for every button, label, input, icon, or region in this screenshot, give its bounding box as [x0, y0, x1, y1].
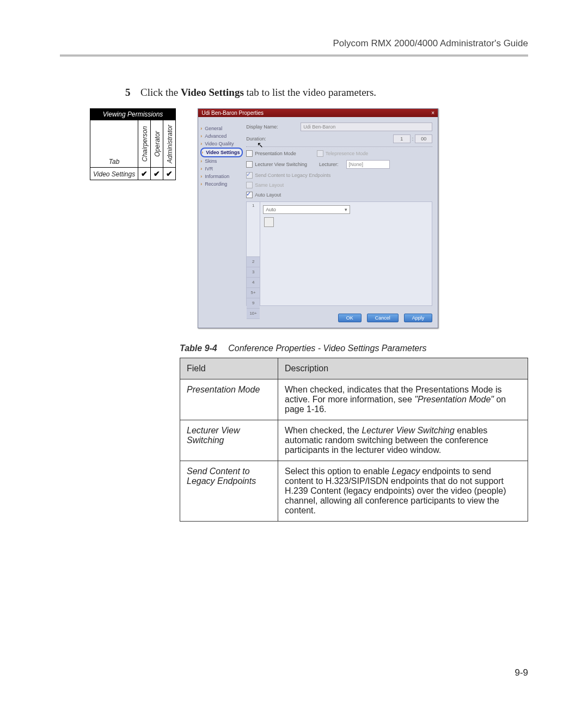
display-name-input[interactable]: Udi Ben-Baron	[301, 122, 432, 131]
layout-tab-2[interactable]: 2	[247, 257, 260, 267]
layout-tab-9[interactable]: 9	[247, 298, 260, 309]
table-row: Send Content to Legacy Endpoints Select …	[180, 461, 528, 522]
dialog-nav: General Advanced Video Quality Video Set…	[200, 122, 243, 306]
table-row: Lecturer View Switching When checked, th…	[180, 420, 528, 461]
nav-video-quality[interactable]: Video Quality	[200, 140, 243, 148]
send-content-label: Send Content to Legacy Endpoints	[255, 173, 330, 178]
send-content-checkbox	[246, 172, 253, 179]
same-layout-checkbox	[246, 182, 253, 188]
nav-information[interactable]: Information	[200, 173, 243, 180]
nav-advanced[interactable]: Advanced	[200, 132, 243, 140]
page: Polycom RMX 2000/4000 Administrator's Gu…	[0, 0, 588, 711]
lecturer-select[interactable]: [None]	[346, 160, 390, 169]
desc-text: When checked, the	[285, 426, 362, 435]
check-icon: ✔	[141, 169, 148, 178]
params-table: Field Description Presentation Mode When…	[180, 358, 528, 522]
layout-tab-10[interactable]: 10+	[247, 309, 260, 319]
step-number: 5	[125, 87, 140, 99]
separator	[246, 146, 432, 147]
layout-tab-1[interactable]: 1	[247, 202, 260, 257]
auto-layout-label: Auto Layout	[255, 192, 281, 198]
desc-presentation-mode: When checked, indicates that the Present…	[278, 379, 528, 420]
close-icon[interactable]: ×	[431, 110, 434, 116]
duration-minutes[interactable]: 00	[415, 134, 432, 143]
params-head-desc: Description	[278, 358, 528, 379]
layout-auto-select[interactable]: Auto ▾	[263, 205, 350, 214]
page-number: 9-9	[514, 667, 528, 678]
nav-general[interactable]: General	[200, 125, 243, 132]
header-guide-title: Polycom RMX 2000/4000 Administrator's Gu…	[60, 38, 528, 49]
cancel-button[interactable]: Cancel	[367, 314, 399, 322]
lecturer-view-switching-checkbox[interactable]	[246, 161, 253, 168]
lecturer-label: Lecturer:	[319, 162, 339, 167]
step-text: Click the Video Settings tab to list the…	[140, 87, 376, 99]
lecturer-view-switching-label: Lecturer View Switching	[255, 162, 307, 167]
layout-tab-5[interactable]: 5+	[247, 288, 260, 298]
desc-text: Select this option to enable	[285, 467, 392, 476]
nav-video-settings[interactable]: Video Settings	[200, 148, 243, 157]
apply-button[interactable]: Apply	[404, 314, 433, 322]
duration-sep: :	[411, 136, 415, 142]
dialog-form: ↖ Display Name: Udi Ben-Baron Duration: …	[243, 122, 432, 306]
permissions-table: Viewing Permissions Tab Chairperson Oper…	[90, 108, 176, 180]
chevron-down-icon: ▾	[345, 206, 347, 213]
params-head-field: Field	[180, 358, 278, 379]
layout-tab-3[interactable]: 3	[247, 267, 260, 278]
field-send-content: Send Content to Legacy Endpoints	[180, 461, 278, 522]
desc-send-content: Select this option to enable Legacy endp…	[278, 461, 528, 522]
desc-ref: "Presentation Mode"	[414, 395, 494, 404]
step-text-bold: Video Settings	[181, 87, 244, 98]
layout-auto-value: Auto	[266, 206, 276, 213]
layout-thumbnail[interactable]	[264, 217, 274, 227]
layout-panel: 1 2 3 4 5+ 9 10+ Auto ▾	[246, 201, 432, 306]
table-title: Conference Properties - Video Settings P…	[228, 344, 426, 353]
field-lecturer-view: Lecturer View Switching	[180, 420, 278, 461]
permissions-caption: Viewing Permissions	[90, 109, 176, 120]
cursor-icon: ↖	[257, 140, 264, 149]
table-row: Presentation Mode When checked, indicate…	[180, 379, 528, 420]
dialog-titlebar: Udi Ben-Baron Properties ×	[198, 109, 438, 117]
same-layout-label: Same Layout	[255, 182, 284, 188]
permissions-col-admin: Administrator	[163, 120, 176, 168]
permissions-row-label: Video Settings	[90, 168, 138, 180]
field-presentation-mode: Presentation Mode	[180, 379, 278, 420]
presentation-mode-label: Presentation Mode	[255, 151, 296, 156]
permissions-col-chair: Chairperson	[138, 120, 151, 168]
check-icon: ✔	[154, 169, 160, 178]
check-icon: ✔	[166, 169, 173, 178]
telepresence-mode-checkbox	[317, 150, 323, 157]
nav-skins[interactable]: Skins	[200, 157, 243, 165]
nav-recording[interactable]: Recording	[200, 180, 243, 188]
layout-tab-4[interactable]: 4	[247, 278, 260, 288]
dialog-title: Udi Ben-Baron Properties	[201, 110, 264, 116]
permissions-col-tab: Tab	[90, 120, 138, 168]
display-name-label: Display Name:	[246, 124, 301, 130]
permissions-col-operator: Operator	[151, 120, 163, 168]
duration-label: Duration:	[246, 136, 301, 142]
table-number: Table 9-4	[180, 344, 217, 353]
desc-lecturer-view: When checked, the Lecturer View Switchin…	[278, 420, 528, 461]
properties-dialog: Udi Ben-Baron Properties × General Advan…	[198, 108, 438, 328]
presentation-mode-checkbox[interactable]	[246, 150, 253, 157]
auto-layout-checkbox[interactable]	[246, 192, 253, 198]
step-text-prefix: Click the	[140, 87, 181, 98]
step-text-suffix: tab to list the video parameters.	[244, 87, 376, 98]
table-caption: Table 9-4 Conference Properties - Video …	[180, 344, 528, 353]
header-rule	[60, 54, 528, 57]
duration-hours[interactable]: 1	[393, 134, 411, 143]
desc-ref: Lecturer View Switching	[362, 426, 454, 435]
desc-ref: Legacy	[392, 467, 420, 476]
layout-tabs: 1 2 3 4 5+ 9 10+	[247, 202, 260, 305]
telepresence-mode-label: Telepresence Mode	[326, 151, 369, 156]
ok-button[interactable]: OK	[338, 314, 362, 322]
dialog-buttons: OK Cancel Apply	[198, 310, 438, 328]
nav-ivr[interactable]: IVR	[200, 165, 243, 173]
step-instruction: 5 Click the Video Settings tab to list t…	[125, 87, 528, 99]
